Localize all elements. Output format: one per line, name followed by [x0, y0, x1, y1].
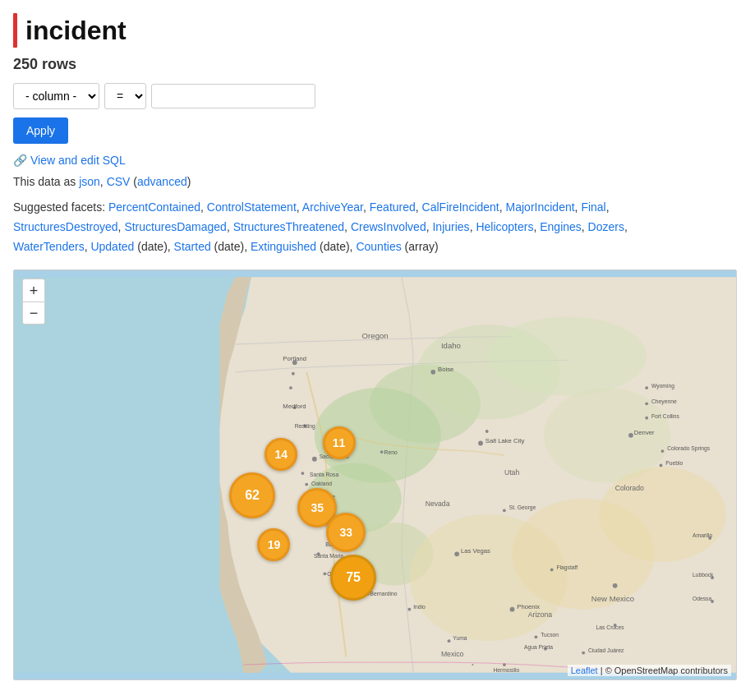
map-attribution: Leaflet | © OpenStreetMap contributors [568, 665, 731, 676]
svg-point-63 [448, 640, 451, 643]
row-count: 250 rows [13, 56, 737, 73]
svg-point-32 [478, 441, 483, 446]
view-edit-sql-link[interactable]: View and edit SQL [30, 154, 126, 167]
facet-extinguished[interactable]: Extinguished [251, 240, 316, 253]
facet-dozers[interactable]: Dozers [588, 220, 624, 233]
csv-link[interactable]: CSV [107, 175, 131, 188]
svg-text:Agua Prieta: Agua Prieta [524, 644, 553, 651]
facet-started[interactable]: Started [174, 240, 211, 253]
title-accent [13, 13, 17, 48]
export-prefix: This data as [13, 175, 76, 188]
cluster-marker-14[interactable]: 14 [265, 438, 297, 471]
svg-text:Oakland: Oakland [311, 481, 332, 487]
svg-text:Nevada: Nevada [426, 500, 450, 509]
facet-structures-destroyed[interactable]: StructuresDestroyed [13, 220, 118, 233]
facet-final[interactable]: Final [581, 200, 605, 214]
cluster-count: 35 [311, 501, 324, 514]
svg-text:Portland: Portland [283, 356, 306, 363]
svg-text:St. George: St. George [509, 505, 536, 512]
svg-point-21 [301, 472, 304, 476]
facet-structures-damaged[interactable]: StructuresDamaged [124, 220, 227, 233]
svg-point-89 [472, 664, 473, 665]
json-link[interactable]: json [79, 175, 100, 188]
map-zoom-controls: + − [22, 279, 45, 325]
svg-text:Lubbock: Lubbock [692, 573, 714, 578]
svg-point-53 [534, 636, 537, 639]
page-title: incident [25, 16, 127, 46]
apply-button[interactable]: Apply [13, 117, 68, 144]
cluster-marker-62[interactable]: 62 [229, 472, 275, 518]
svg-text:Indio: Indio [413, 604, 426, 610]
facet-featured[interactable]: Featured [370, 200, 416, 214]
svg-point-79 [645, 387, 648, 390]
map-container: Portland Medford Redding Sacramento Sant… [13, 269, 737, 680]
facet-control-statement[interactable]: ControlStatement [207, 200, 297, 214]
cluster-marker-33[interactable]: 33 [326, 513, 366, 552]
facet-crews-involved[interactable]: CrewsInvolved [351, 220, 426, 233]
svg-text:Amarillo: Amarillo [692, 532, 713, 538]
facet-injuries[interactable]: Injuries [432, 220, 469, 233]
operator-select[interactable]: = [104, 83, 146, 109]
svg-text:Hermosillo: Hermosillo [493, 667, 519, 673]
svg-point-71 [661, 450, 665, 454]
svg-point-30 [454, 552, 459, 557]
svg-rect-3 [14, 278, 219, 673]
cluster-count: 33 [340, 526, 353, 539]
facet-major-incident[interactable]: MajorIncident [506, 200, 575, 214]
facets-label: Suggested facets: [13, 200, 108, 214]
svg-text:Pueblo: Pueblo [665, 461, 683, 467]
svg-text:Flagstaff: Flagstaff [556, 564, 577, 571]
facet-water-tenders[interactable]: WaterTenders [13, 240, 85, 253]
facet-engines[interactable]: Engines [540, 220, 582, 233]
svg-point-73 [660, 464, 663, 467]
facet-counties[interactable]: Counties [356, 240, 401, 253]
facet-structures-threatened[interactable]: StructuresThreatened [233, 220, 344, 233]
svg-point-77 [645, 417, 648, 420]
leaflet-link[interactable]: Leaflet [571, 665, 598, 675]
svg-point-65 [407, 608, 411, 611]
column-select[interactable]: - column - [13, 83, 99, 109]
svg-text:Oregon: Oregon [362, 332, 389, 341]
svg-text:Colorado: Colorado [615, 485, 644, 493]
svg-point-20 [312, 457, 317, 462]
svg-point-33 [628, 433, 633, 438]
svg-text:Ciudad Juárez: Ciudad Juárez [588, 647, 624, 653]
osm-attribution: © OpenStreetMap contributors [605, 665, 728, 675]
svg-point-29 [430, 370, 435, 375]
cluster-marker-11[interactable]: 11 [323, 426, 356, 459]
svg-point-34 [613, 583, 618, 588]
cluster-count: 62 [245, 488, 260, 503]
cluster-count: 14 [274, 448, 288, 461]
facet-helicopters[interactable]: Helicopters [476, 220, 533, 233]
title-row: incident [13, 13, 737, 48]
facet-archive-year[interactable]: ArchiveYear [302, 200, 363, 214]
svg-text:Las Vegas: Las Vegas [461, 548, 490, 555]
zoom-out-button[interactable]: − [22, 302, 45, 325]
svg-point-52 [380, 451, 384, 454]
svg-text:Santa Rosa: Santa Rosa [310, 472, 338, 477]
svg-point-16 [292, 372, 295, 375]
cluster-marker-19[interactable]: 19 [257, 528, 290, 561]
svg-text:Colorado Springs: Colorado Springs [667, 446, 711, 453]
svg-point-14 [599, 467, 725, 563]
facet-percent-contained[interactable]: PercentContained [108, 200, 200, 214]
facet-calfire-incident[interactable]: CalFireIncident [422, 200, 499, 214]
advanced-link[interactable]: advanced [137, 175, 187, 188]
svg-text:Medford: Medford [283, 403, 306, 411]
zoom-in-button[interactable]: + [22, 279, 45, 302]
cluster-marker-75[interactable]: 75 [330, 555, 376, 601]
svg-point-81 [485, 431, 489, 434]
facet-updated[interactable]: Updated [90, 240, 134, 253]
filter-value-input[interactable] [151, 84, 315, 108]
svg-point-67 [503, 509, 506, 513]
svg-text:Reno: Reno [384, 449, 398, 455]
svg-text:Idaho: Idaho [441, 341, 461, 350]
apply-button-row: Apply [13, 117, 737, 144]
data-export-row: This data as json, CSV (advanced) [13, 175, 737, 188]
svg-text:Redding: Redding [295, 424, 315, 431]
export-sep1: , [100, 175, 107, 188]
cluster-count: 19 [268, 538, 281, 551]
svg-text:Boise: Boise [438, 366, 453, 373]
svg-text:Arizona: Arizona [528, 611, 553, 619]
svg-text:Odessa: Odessa [692, 596, 711, 601]
